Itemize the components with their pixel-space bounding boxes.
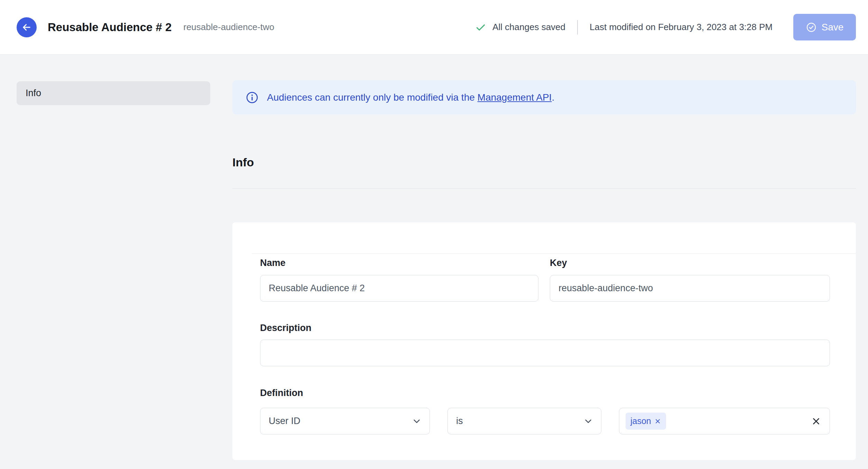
tag-input-clear-button[interactable] xyxy=(811,416,821,426)
tag-chip-label: jason xyxy=(630,416,651,426)
save-button-label: Save xyxy=(822,22,844,33)
page-title: Reusable Audience # 2 xyxy=(48,21,172,34)
name-label: Name xyxy=(260,258,286,268)
header-divider xyxy=(577,20,578,35)
audience-edit-page: Reusable Audience # 2 reusable-audience-… xyxy=(0,0,868,469)
arrow-left-icon xyxy=(21,22,32,33)
last-modified-text: Last modified on February 3, 2023 at 3:2… xyxy=(590,22,773,33)
tag-chip: jason xyxy=(626,413,666,430)
trait-select-value: User ID xyxy=(269,416,301,426)
check-circle-icon xyxy=(806,22,817,33)
description-input[interactable] xyxy=(260,340,830,366)
save-status-text: All changes saved xyxy=(492,22,565,33)
key-input[interactable] xyxy=(550,275,830,302)
sidebar-item-info[interactable]: Info xyxy=(17,81,210,105)
sidebar-item-label: Info xyxy=(26,88,41,99)
info-banner: Audiences can currently only be modified… xyxy=(232,80,856,114)
definition-operator-select[interactable]: is xyxy=(447,408,601,434)
definition-trait-select[interactable]: User ID xyxy=(260,408,430,434)
operator-select-value: is xyxy=(456,416,463,426)
header: Reusable Audience # 2 reusable-audience-… xyxy=(0,0,868,55)
section-divider xyxy=(232,188,856,189)
card-top-divider xyxy=(252,254,856,254)
audience-slug: reusable-audience-two xyxy=(183,22,274,33)
x-icon xyxy=(811,416,821,426)
save-button[interactable]: Save xyxy=(793,14,856,40)
info-circle-icon xyxy=(246,91,259,104)
name-input[interactable] xyxy=(260,275,538,302)
banner-text-after: . xyxy=(552,92,554,103)
definition-label: Definition xyxy=(260,388,303,398)
check-icon xyxy=(475,22,486,33)
info-card: Name Key Description Definition User ID … xyxy=(232,222,856,460)
chevron-down-icon xyxy=(412,416,422,426)
header-right: All changes saved Last modified on Febru… xyxy=(475,14,856,40)
banner-text: Audiences can currently only be modified… xyxy=(267,92,554,103)
chevron-down-icon xyxy=(583,416,593,426)
description-label: Description xyxy=(260,323,312,333)
management-api-link[interactable]: Management API xyxy=(478,92,552,103)
definition-value-tag-input[interactable]: jason xyxy=(619,408,830,434)
back-button[interactable] xyxy=(17,17,37,37)
key-label: Key xyxy=(550,258,567,268)
chip-remove-x-icon[interactable] xyxy=(654,418,661,425)
banner-text-before: Audiences can currently only be modified… xyxy=(267,92,478,103)
section-heading: Info xyxy=(232,156,254,169)
